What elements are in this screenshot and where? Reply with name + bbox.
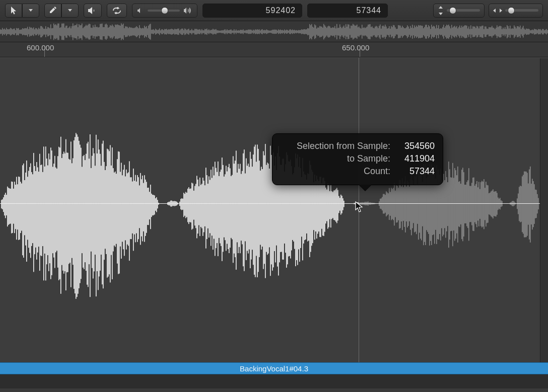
svg-rect-338 bbox=[340, 27, 341, 36]
svg-rect-294 bbox=[296, 30, 297, 33]
svg-rect-983 bbox=[261, 167, 262, 249]
volume-thumb[interactable] bbox=[161, 7, 168, 14]
svg-rect-849 bbox=[126, 170, 127, 250]
svg-rect-858 bbox=[135, 175, 136, 243]
svg-rect-261 bbox=[263, 30, 264, 33]
svg-rect-250 bbox=[252, 30, 253, 32]
svg-rect-115 bbox=[116, 25, 117, 38]
svg-rect-518 bbox=[522, 27, 523, 36]
svg-rect-52 bbox=[52, 28, 53, 35]
svg-rect-922 bbox=[199, 178, 200, 236]
svg-rect-488 bbox=[492, 26, 493, 37]
svg-rect-380 bbox=[383, 25, 384, 37]
svg-rect-1063 bbox=[341, 196, 342, 213]
svg-rect-148 bbox=[149, 24, 150, 39]
svg-rect-539 bbox=[543, 29, 544, 34]
svg-rect-320 bbox=[322, 27, 323, 35]
svg-rect-813 bbox=[90, 134, 91, 297]
svg-rect-593 bbox=[408, 182, 409, 226]
svg-rect-462 bbox=[465, 25, 466, 38]
vzoom-thumb[interactable] bbox=[449, 7, 456, 14]
svg-rect-226 bbox=[228, 30, 229, 33]
svg-rect-496 bbox=[500, 26, 501, 37]
svg-rect-329 bbox=[331, 28, 332, 35]
volume-track[interactable] bbox=[148, 10, 180, 12]
svg-rect-938 bbox=[216, 168, 217, 248]
svg-rect-254 bbox=[256, 30, 257, 34]
svg-rect-49 bbox=[49, 28, 50, 35]
svg-rect-533 bbox=[537, 30, 538, 33]
svg-rect-109 bbox=[110, 25, 111, 38]
svg-rect-69 bbox=[70, 26, 71, 37]
region-name-bar[interactable]: BackingVocal1#04.3 bbox=[0, 362, 548, 374]
preview-toggle[interactable] bbox=[84, 4, 102, 18]
svg-rect-847 bbox=[124, 165, 125, 256]
svg-rect-948 bbox=[226, 166, 227, 251]
svg-rect-360 bbox=[363, 28, 364, 35]
region-end-marker[interactable] bbox=[540, 58, 548, 362]
svg-rect-342 bbox=[345, 28, 346, 36]
svg-rect-833 bbox=[110, 145, 111, 282]
svg-rect-941 bbox=[219, 176, 220, 238]
svg-rect-476 bbox=[480, 26, 481, 37]
svg-rect-854 bbox=[131, 177, 132, 239]
svg-rect-726 bbox=[2, 199, 3, 209]
svg-rect-146 bbox=[147, 28, 148, 35]
time-ruler[interactable]: 600.000 650.000 bbox=[0, 42, 548, 57]
svg-rect-432 bbox=[435, 28, 436, 35]
waveform-lane[interactable]: Selection from Sample:354560 to Sample:4… bbox=[0, 57, 548, 362]
svg-rect-708 bbox=[524, 172, 525, 238]
svg-rect-231 bbox=[233, 30, 234, 33]
position-display[interactable]: 592402 bbox=[202, 4, 302, 18]
svg-rect-935 bbox=[213, 167, 214, 250]
pencil-tool-menu[interactable] bbox=[61, 4, 79, 18]
svg-rect-793 bbox=[70, 160, 71, 263]
svg-rect-154 bbox=[155, 29, 156, 35]
svg-rect-677 bbox=[493, 189, 494, 218]
svg-rect-832 bbox=[109, 151, 110, 274]
svg-rect-171 bbox=[172, 29, 173, 34]
svg-rect-24 bbox=[24, 28, 25, 35]
svg-rect-434 bbox=[437, 28, 438, 35]
svg-rect-932 bbox=[210, 180, 211, 233]
svg-rect-189 bbox=[190, 30, 191, 33]
svg-rect-36 bbox=[36, 28, 37, 35]
svg-rect-32 bbox=[32, 28, 33, 35]
svg-rect-762 bbox=[38, 172, 39, 247]
svg-rect-218 bbox=[220, 30, 221, 32]
svg-rect-874 bbox=[151, 194, 152, 217]
hzoom-thumb[interactable] bbox=[508, 7, 515, 14]
svg-rect-97 bbox=[98, 27, 99, 36]
overview-lane[interactable] bbox=[0, 21, 548, 42]
svg-rect-872 bbox=[149, 192, 150, 219]
horizontal-zoom[interactable] bbox=[489, 4, 543, 18]
svg-rect-636 bbox=[451, 178, 452, 231]
svg-rect-149 bbox=[150, 24, 151, 39]
svg-rect-370 bbox=[373, 28, 374, 36]
svg-rect-441 bbox=[444, 28, 445, 36]
svg-rect-388 bbox=[391, 26, 392, 37]
svg-rect-363 bbox=[366, 27, 367, 36]
preview-volume[interactable] bbox=[132, 4, 197, 18]
pointer-tool[interactable] bbox=[5, 4, 22, 18]
svg-rect-425 bbox=[428, 25, 429, 38]
cycle-toggle[interactable] bbox=[107, 4, 127, 18]
svg-rect-985 bbox=[263, 151, 264, 269]
svg-rect-334 bbox=[336, 24, 337, 39]
pencil-tool[interactable] bbox=[44, 4, 61, 18]
svg-rect-470 bbox=[473, 26, 474, 37]
pointer-tool-menu[interactable] bbox=[22, 4, 39, 18]
svg-rect-405 bbox=[408, 26, 409, 37]
svg-rect-592 bbox=[407, 181, 408, 227]
count-display[interactable]: 57344 bbox=[307, 4, 388, 18]
svg-rect-906 bbox=[183, 193, 184, 217]
svg-rect-193 bbox=[194, 29, 195, 34]
svg-rect-672 bbox=[488, 185, 489, 222]
svg-rect-192 bbox=[193, 30, 194, 33]
svg-rect-845 bbox=[122, 175, 123, 242]
svg-rect-409 bbox=[412, 25, 413, 39]
vertical-zoom[interactable] bbox=[433, 4, 485, 18]
svg-rect-943 bbox=[221, 170, 222, 246]
svg-rect-500 bbox=[504, 29, 505, 34]
svg-rect-642 bbox=[457, 167, 458, 243]
